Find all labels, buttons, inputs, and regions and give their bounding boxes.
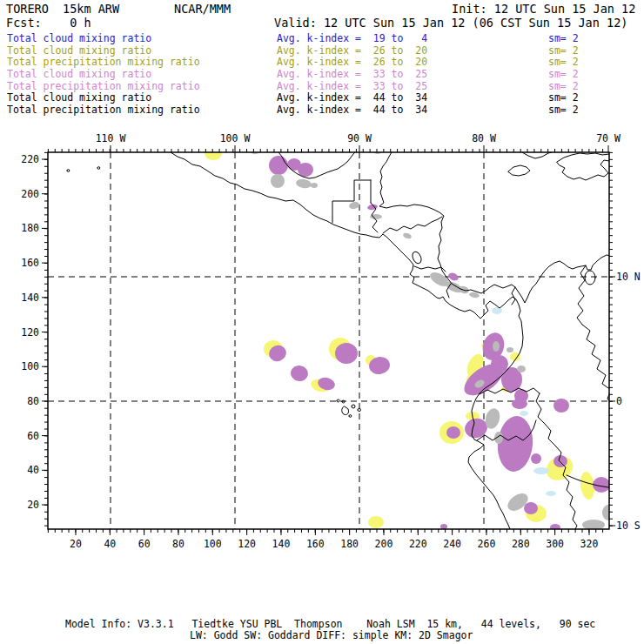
cloud-blob — [402, 231, 412, 239]
latitude-label: 10 N — [616, 271, 641, 283]
cloud-blob — [495, 414, 534, 473]
x-axis-label: 60 — [138, 538, 151, 550]
x-axis-label: 260 — [478, 538, 496, 550]
x-axis-label: 180 — [340, 538, 359, 550]
y-axis-label: 180 — [21, 222, 39, 234]
x-axis-label: 100 — [204, 538, 222, 550]
x-axis-label: 160 — [306, 538, 325, 550]
longitude-label: 80 W — [472, 132, 496, 144]
longitude-label: 110 W — [96, 132, 126, 144]
cloud-precip-blobs — [205, 146, 614, 531]
island-hispaniola — [557, 153, 614, 180]
map-frame — [48, 152, 609, 529]
island-jamaica — [508, 165, 530, 176]
y-axis-label: 220 — [21, 153, 39, 165]
cloud-blob — [602, 505, 614, 520]
cloud-blob — [311, 183, 318, 188]
islands-galapagos — [337, 399, 360, 417]
cloud-blob — [531, 453, 541, 464]
cloud-blob — [348, 201, 360, 211]
cloud-blob — [493, 341, 500, 352]
cloud-blob — [373, 149, 382, 154]
cloud-blob — [494, 432, 503, 444]
cloud-blob — [368, 516, 384, 528]
x-axis-label: 200 — [375, 538, 393, 550]
latitude-label: 10 S — [616, 520, 641, 532]
cloud-blob — [205, 146, 222, 160]
x-axis-label: 220 — [409, 538, 427, 550]
island-cuba — [522, 152, 552, 158]
cloud-blob — [512, 399, 527, 409]
cloud-blob — [271, 174, 285, 188]
cloud-blob — [250, 149, 260, 154]
axis-ticks — [42, 145, 615, 535]
latitude-label: 0 — [616, 395, 622, 407]
y-axis-label: 80 — [27, 395, 39, 407]
y-axis-label: 140 — [21, 292, 39, 304]
model-info-line2: LW: Godd SW: Goddard DIFF: simple KM: 2D… — [190, 630, 473, 641]
x-axis-label: 40 — [104, 538, 116, 550]
lake-maracaibo — [585, 271, 595, 285]
y-axis-label: 40 — [27, 464, 39, 476]
x-axis-label: 140 — [272, 538, 291, 550]
x-axis-label: 280 — [512, 538, 530, 550]
weather-map: 2040608010012014016018020022024026028030… — [0, 0, 644, 644]
x-axis-label: 320 — [580, 538, 599, 550]
y-axis-label: 200 — [21, 188, 39, 200]
cloud-blob — [533, 467, 549, 474]
axis-labels: 2040608010012014016018020022024026028030… — [21, 132, 641, 550]
cloud-blob — [524, 502, 538, 514]
cloud-blob — [553, 399, 569, 413]
x-axis-label: 120 — [238, 538, 256, 550]
x-axis-label: 240 — [443, 538, 461, 550]
x-axis-label: 20 — [70, 538, 82, 550]
longitude-label: 90 W — [347, 132, 372, 144]
cloud-blob — [546, 491, 556, 496]
y-axis-label: 160 — [21, 257, 39, 269]
cloud-blob — [553, 455, 567, 467]
y-axis-label: 60 — [27, 430, 39, 442]
cloud-blob — [290, 364, 310, 382]
cloud-blob — [335, 343, 358, 364]
longitude-label: 70 W — [596, 132, 621, 144]
cloud-blob — [506, 347, 513, 352]
cloud-blob — [295, 178, 312, 190]
y-axis-label: 20 — [27, 499, 39, 511]
x-axis-label: 80 — [172, 538, 184, 550]
cloud-blob — [298, 163, 313, 177]
longitude-label: 100 W — [220, 132, 251, 144]
lake-nicaragua — [411, 251, 423, 265]
cloud-blob — [492, 307, 502, 314]
islands-revillagigedo — [67, 167, 100, 172]
latlon-gridlines — [48, 152, 609, 529]
cloud-blob — [520, 411, 528, 416]
y-axis-label: 100 — [21, 360, 39, 372]
x-axis-label: 300 — [546, 538, 564, 550]
cloud-blob — [582, 520, 605, 530]
island-tortuga — [590, 148, 600, 151]
cloud-blob — [440, 524, 447, 529]
cloud-blob — [446, 426, 460, 439]
cloud-blob — [269, 156, 288, 175]
cloud-blob — [517, 366, 526, 372]
y-axis-label: 120 — [21, 326, 39, 339]
